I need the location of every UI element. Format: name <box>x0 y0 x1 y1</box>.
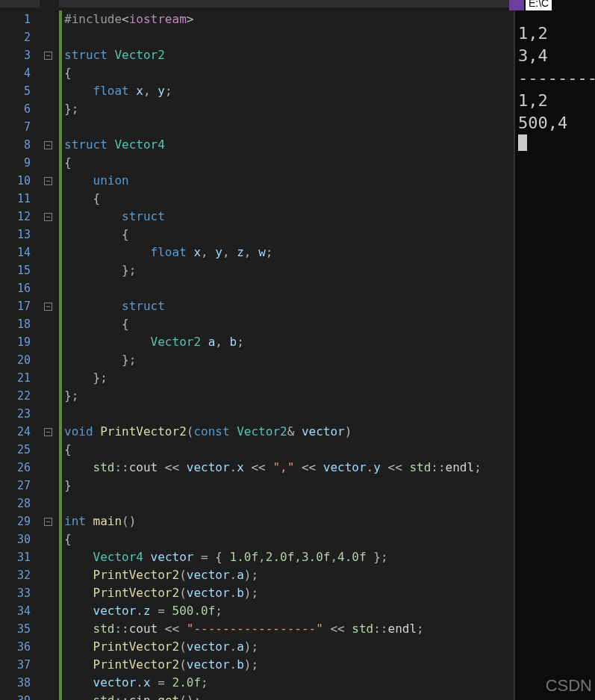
line-number: 39 <box>0 692 40 700</box>
code-line[interactable]: { <box>64 64 514 82</box>
code-line[interactable]: Vector4 vector = { 1.0f,2.0f,3.0f,4.0f }… <box>64 548 514 566</box>
line-number: 29 <box>0 512 40 530</box>
code-line[interactable]: PrintVector2(vector.a); <box>64 566 514 584</box>
code-line[interactable]: vector.z = 500.0f; <box>64 602 514 620</box>
code-line[interactable]: Vector2 a, b; <box>64 333 514 351</box>
code-line[interactable]: } <box>64 477 514 495</box>
code-line[interactable]: PrintVector2(vector.a); <box>64 638 514 656</box>
console-panel: E:\C 1,2 3,4 ----------------- 1,2 500,4 <box>514 0 595 700</box>
line-number: 13 <box>0 226 40 244</box>
code-line[interactable] <box>64 495 514 512</box>
line-number: 16 <box>0 279 40 297</box>
code-line[interactable] <box>64 118 514 136</box>
code-line[interactable]: struct Vector4 <box>64 136 514 154</box>
line-number: 32 <box>0 566 40 584</box>
code-line[interactable]: float x, y; <box>64 82 514 100</box>
code-line[interactable]: std::cin.get(); <box>64 692 514 700</box>
line-number: 23 <box>0 405 40 423</box>
code-line[interactable]: int main() <box>64 512 514 530</box>
fold-toggle-icon[interactable] <box>44 177 52 185</box>
code-line[interactable]: PrintVector2(vector.b); <box>64 584 514 602</box>
line-number: 18 <box>0 315 40 333</box>
line-number: 34 <box>0 602 40 620</box>
line-number: 26 <box>0 459 40 477</box>
line-number: 28 <box>0 495 40 512</box>
code-line[interactable]: }; <box>64 387 514 405</box>
code-line[interactable]: union <box>64 172 514 190</box>
code-line[interactable] <box>64 28 514 46</box>
code-line[interactable]: { <box>64 226 514 244</box>
fold-toggle-icon[interactable] <box>44 428 52 436</box>
code-line[interactable]: struct Vector2 <box>64 46 514 64</box>
console-caret <box>518 134 527 151</box>
code-line[interactable]: }; <box>64 351 514 369</box>
code-line[interactable]: std::cout << vector.x << "," << vector.y… <box>64 459 514 477</box>
code-line[interactable]: { <box>64 441 514 459</box>
line-number: 7 <box>0 118 40 136</box>
line-number: 10 <box>0 172 40 190</box>
line-number: 2 <box>0 28 40 46</box>
line-number: 31 <box>0 548 40 566</box>
line-number: 5 <box>0 82 40 100</box>
code-line[interactable]: PrintVector2(vector.b); <box>64 656 514 674</box>
code-line[interactable]: }; <box>64 369 514 387</box>
code-line[interactable]: }; <box>64 261 514 279</box>
fold-toggle-icon[interactable] <box>44 518 52 526</box>
line-number: 6 <box>0 100 40 118</box>
line-number: 12 <box>0 208 40 226</box>
fold-toggle-icon[interactable] <box>44 213 52 221</box>
line-number: 30 <box>0 530 40 548</box>
code-editor[interactable]: 1234567891011121314151617181920212223242… <box>0 0 514 700</box>
line-number-gutter: 1234567891011121314151617181920212223242… <box>0 0 40 700</box>
line-number: 3 <box>0 46 40 64</box>
code-line[interactable]: vector.x = 2.0f; <box>64 674 514 692</box>
line-number: 14 <box>0 244 40 261</box>
code-line[interactable]: std::cout << "-----------------" << std:… <box>64 620 514 638</box>
code-line[interactable]: }; <box>64 100 514 118</box>
code-area[interactable]: #include<iostream>struct Vector2{ float … <box>62 0 514 700</box>
fold-toggle-icon[interactable] <box>44 52 52 60</box>
code-line[interactable]: { <box>64 154 514 172</box>
line-number: 24 <box>0 423 40 441</box>
line-number: 17 <box>0 297 40 315</box>
console-icon <box>509 0 524 10</box>
code-line[interactable]: { <box>64 315 514 333</box>
line-number: 8 <box>0 136 40 154</box>
line-number: 37 <box>0 656 40 674</box>
watermark: CSDN <box>546 676 592 696</box>
code-line[interactable]: struct <box>64 208 514 226</box>
line-number: 11 <box>0 190 40 208</box>
code-line[interactable]: float x, y, z, w; <box>64 244 514 261</box>
code-line[interactable] <box>64 279 514 297</box>
line-number: 4 <box>0 64 40 82</box>
console-output: 1,2 3,4 ----------------- 1,2 500,4 <box>518 22 592 134</box>
line-number: 22 <box>0 387 40 405</box>
fold-toggle-icon[interactable] <box>44 303 52 311</box>
line-number: 27 <box>0 477 40 495</box>
console-title: E:\C <box>526 0 552 10</box>
code-line[interactable]: void PrintVector2(const Vector2& vector) <box>64 423 514 441</box>
fold-column[interactable] <box>40 0 59 700</box>
code-line[interactable]: struct <box>64 297 514 315</box>
line-number: 33 <box>0 584 40 602</box>
line-number: 20 <box>0 351 40 369</box>
fold-toggle-icon[interactable] <box>44 141 52 149</box>
line-number: 9 <box>0 154 40 172</box>
line-number: 19 <box>0 333 40 351</box>
code-line[interactable]: { <box>64 190 514 208</box>
line-number: 21 <box>0 369 40 387</box>
line-number: 15 <box>0 261 40 279</box>
code-line[interactable]: #include<iostream> <box>64 10 514 28</box>
line-number: 1 <box>0 10 40 28</box>
code-line[interactable]: { <box>64 530 514 548</box>
line-number: 36 <box>0 638 40 656</box>
line-number: 25 <box>0 441 40 459</box>
line-number: 38 <box>0 674 40 692</box>
line-number: 35 <box>0 620 40 638</box>
code-line[interactable] <box>64 405 514 423</box>
